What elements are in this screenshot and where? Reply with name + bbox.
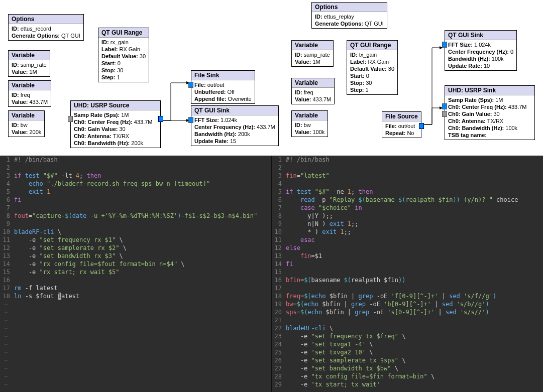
variable-freq[interactable]: Variable ID: freq Value: 433.7M (8, 80, 51, 107)
code-line: 13 -e "set bandwidth rx $3" \ (0, 252, 271, 260)
code-line: 12else (272, 244, 543, 252)
code-line: 9 n|N ) exit 1;; (272, 220, 543, 228)
usrp-sink[interactable]: UHD: USRP Sink Samp Rate (Sps): 1M Ch0: … (445, 85, 535, 140)
code-line: 22bladeRF-cli \ (272, 324, 543, 332)
code-line: 2 (0, 164, 271, 172)
code-line: 23 -e "set frequency tx $freq" \ (272, 332, 543, 340)
code-line: 13 fin=$1 (272, 252, 543, 260)
code-line: 28 -e "tx config file=$fin format=bin" \ (272, 372, 543, 380)
code-pane-left[interactable]: 1#! /bin/bash23if test "$#" -lt 4; then4… (0, 156, 272, 392)
port-in[interactable] (188, 82, 193, 88)
code-line: 8 y|Y );; (272, 212, 543, 220)
code-line: 11 -e "set frequency rx $1" \ (0, 236, 271, 244)
variable-bw-r[interactable]: Variable ID: bw Value: 100k (291, 110, 328, 137)
port-in[interactable] (442, 42, 447, 48)
code-line: 1#! /bin/bash (272, 156, 543, 164)
code-line: 6 read -p "Replay $(basename $(realpath … (272, 196, 543, 204)
code-line: 14fi (272, 260, 543, 268)
flowgraph-area: Options ID: ettus_record Generate Option… (0, 0, 543, 156)
code-line: 9 (0, 220, 271, 228)
port-in[interactable] (68, 116, 73, 122)
port-in[interactable] (188, 117, 193, 123)
qt-gui-range-r[interactable]: QT GUI Range ID: tx_gain Label: RX Gain … (347, 40, 398, 95)
code-line: 17 (272, 284, 543, 292)
usrp-source[interactable]: UHD: USRP Source Samp Rate (Sps): 1M Ch0… (70, 100, 161, 148)
code-pane-right[interactable]: 1#! /bin/bash23fin="latest"45if test "$#… (272, 156, 543, 392)
code-line: 10bladeRF-cli \ (0, 228, 271, 236)
code-line: 17rm -f latest (0, 284, 271, 292)
code-line: 20sps=$(echo $bfin | grep -oE 's[0-9][^-… (272, 308, 543, 316)
port-in[interactable] (442, 103, 447, 109)
file-sink[interactable]: File Sink File: out/out Unbuffered: Off … (191, 70, 255, 104)
code-line: 10 * ) exit 1;; (272, 228, 543, 236)
options-block[interactable]: Options ID: ettus_record Generate Option… (8, 14, 84, 41)
code-line: 16 (0, 276, 271, 284)
variable-bw[interactable]: Variable ID: bw Value: 200k (8, 110, 45, 137)
code-line: 3if test "$#" -lt 4; then (0, 172, 271, 180)
code-line: 14 -e "rx config file=$fout format=bin n… (0, 260, 271, 268)
options-block-r[interactable]: Options ID: ettus_replay Generate Option… (311, 2, 387, 29)
code-line: 25 -e 'set txvga2 10' \ (272, 348, 543, 356)
qt-gui-sink-r[interactable]: QT GUI Sink FFT Size: 1.024k Center Freq… (445, 30, 517, 71)
code-line: 4 echo "./bladerf-record.sh freq sps bw … (0, 180, 271, 188)
code-line: 15 (272, 268, 543, 276)
variable-samp-rate-r[interactable]: Variable ID: samp_rate Value: 1M (291, 40, 334, 67)
code-line: 3fin="latest" (272, 172, 543, 180)
code-area: 1#! /bin/bash23if test "$#" -lt 4; then4… (0, 156, 543, 392)
port-out[interactable] (419, 123, 424, 129)
port-out[interactable] (158, 116, 163, 122)
code-line: 5 exit 1 (0, 188, 271, 196)
code-line: 27 -e "set bandwidth tx $bw" \ (272, 364, 543, 372)
code-line: 1#! /bin/bash (0, 156, 271, 164)
code-line: 12 -e "set samplerate rx $2" \ (0, 244, 271, 252)
code-line: 21 (272, 316, 543, 324)
variable-freq-r[interactable]: Variable ID: freq Value: 433.7M (291, 78, 335, 104)
variable-samp-rate[interactable]: Variable ID: samp_rate Value: 1M (8, 50, 50, 77)
code-line: 16bfin=$(basename $(realpath $fin)) (272, 276, 543, 284)
code-line: 18freq=$(echo $bfin | grep -oE 'f[0-9][^… (272, 292, 543, 300)
code-line: 18ln -s $fout latest (0, 292, 271, 300)
code-line: 8fout="capture-$(date -u +'%Y-%m-%dT%H:%… (0, 212, 271, 220)
code-line: 6fi (0, 196, 271, 204)
code-line: 4 (272, 180, 543, 188)
file-source[interactable]: File Source File: out/out Repeat: No (382, 111, 421, 138)
qt-gui-range[interactable]: QT GUI Range ID: rx_gain Label: RX Gain … (98, 28, 149, 82)
code-line: 7 (0, 204, 271, 212)
code-line: 7 case "$choice" in (272, 204, 543, 212)
qt-gui-sink[interactable]: QT GUI Sink FFT Size: 1.024k Center Freq… (191, 105, 279, 146)
code-line: 26 -e "set samplerate tx $sps" \ (272, 356, 543, 364)
code-line: 2 (272, 164, 543, 172)
code-line: 24 -e 'set txvga1 -4' \ (272, 340, 543, 348)
port-in-cmd[interactable] (442, 111, 447, 117)
code-line: 19bw=$(echo $bfin | grep -oE 'b[0-9][^-]… (272, 300, 543, 308)
code-line: 11 esac (272, 236, 543, 244)
code-line: 29 -e 'tx start; tx wait' (272, 380, 543, 388)
code-line: 15 -e "rx start; rx wait $5" (0, 268, 271, 276)
code-line: 5if test "$#" -ne 1; then (272, 188, 543, 196)
